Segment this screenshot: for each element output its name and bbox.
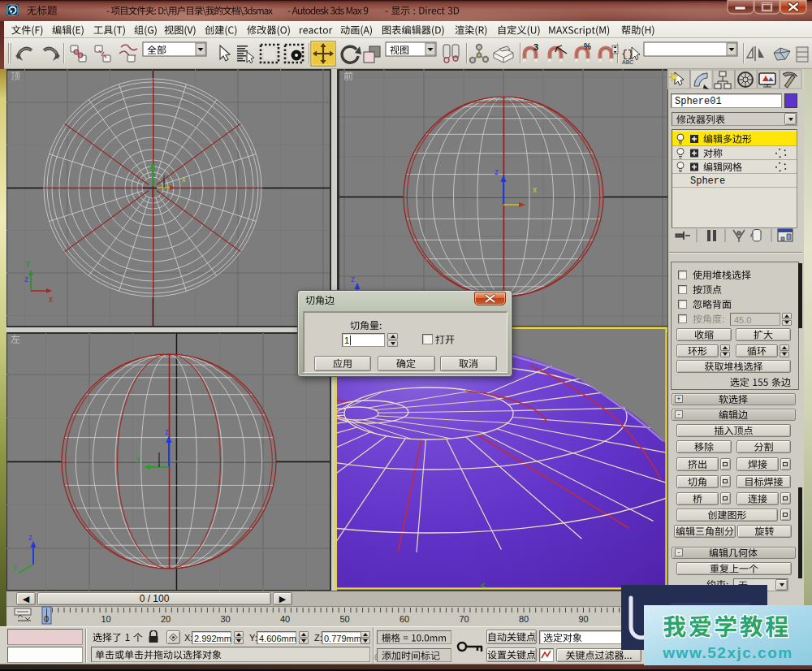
svg-text:y: y <box>136 454 140 463</box>
svg-text:%: % <box>584 42 591 51</box>
svg-text:z: z <box>24 275 28 284</box>
svg-text:3: 3 <box>533 42 538 52</box>
svg-text:30: 30 <box>220 614 230 624</box>
svg-text:60: 60 <box>400 614 409 624</box>
svg-text:z: z <box>495 167 499 176</box>
svg-text:y: y <box>13 562 17 571</box>
svg-text:50: 50 <box>339 614 349 624</box>
svg-text:90: 90 <box>578 614 588 624</box>
svg-text:x: x <box>49 295 53 304</box>
svg-text:z: z <box>165 427 169 436</box>
svg-text:80: 80 <box>519 614 529 624</box>
svg-text:z: z <box>351 275 355 284</box>
svg-text:x: x <box>533 185 537 194</box>
svg-text:70: 70 <box>459 614 469 624</box>
svg-text:10: 10 <box>101 614 110 624</box>
svg-text:40: 40 <box>280 614 290 624</box>
svg-text:ABC: ABC <box>622 59 633 65</box>
svg-text:y: y <box>26 258 30 267</box>
svg-text:z: z <box>28 533 32 542</box>
svg-text:20: 20 <box>161 614 171 624</box>
svg-text:0: 0 <box>44 614 49 624</box>
svg-text:x: x <box>182 175 186 184</box>
